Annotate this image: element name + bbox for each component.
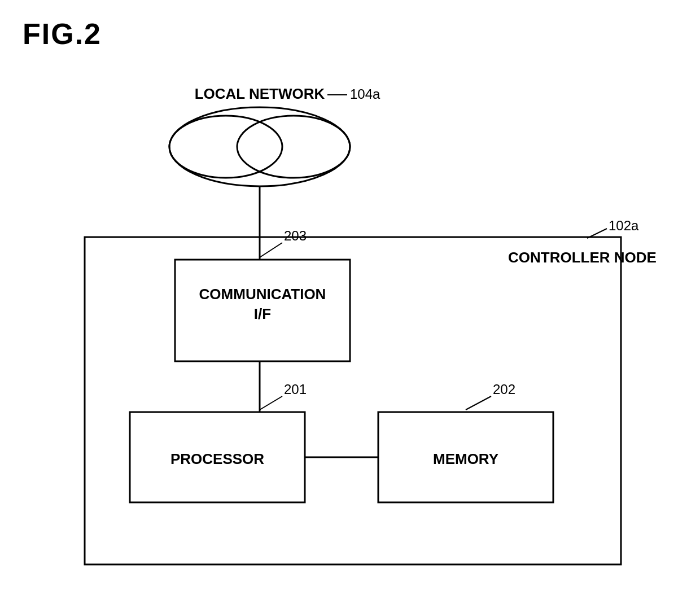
comm-if-label-line1: COMMUNICATION [199, 286, 326, 303]
diagram-container: LOCAL NETWORK 104a CONTROLLER NODE 102a [40, 73, 660, 581]
network-label: LOCAL NETWORK [195, 85, 325, 102]
processor-label: PROCESSOR [170, 450, 264, 467]
controller-ref: 102a [609, 218, 639, 233]
comm-if-label-line2: I/F [254, 305, 271, 322]
svg-point-3 [169, 107, 350, 186]
memory-label: MEMORY [433, 450, 498, 467]
svg-rect-5 [85, 237, 621, 564]
network-ref: 104a [350, 86, 380, 102]
svg-point-2 [237, 116, 350, 178]
figure-title: FIG.2 [23, 17, 677, 51]
svg-point-1 [169, 116, 282, 178]
svg-line-8 [260, 243, 282, 257]
processor-ref: 201 [284, 382, 307, 397]
memory-ref: 202 [493, 382, 515, 397]
controller-node-label: CONTROLLER NODE [508, 249, 657, 266]
comm-if-ref: 203 [284, 228, 307, 243]
page: FIG.2 LOCAL NETWORK 104a CONTROLLER NODE [0, 0, 700, 613]
svg-line-14 [466, 396, 491, 410]
svg-line-11 [260, 396, 282, 410]
